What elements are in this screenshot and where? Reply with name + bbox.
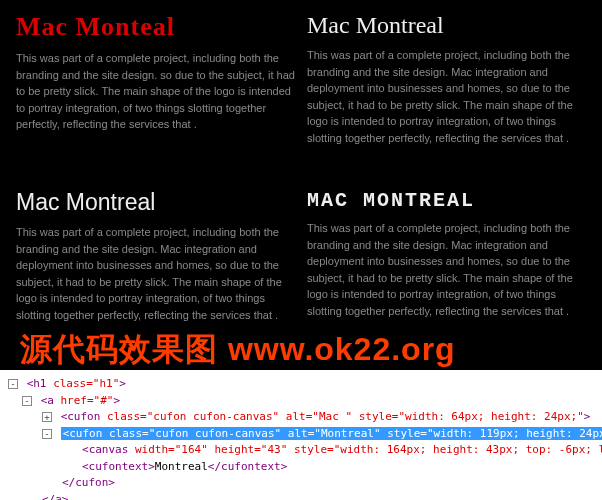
code-line-3[interactable]: + <cufon class="cufon cufon-canvas" alt=… bbox=[8, 409, 594, 426]
heading-2: Mac Montreal bbox=[307, 12, 586, 39]
watermark-text: 源代码效果图 www.ok22.org bbox=[20, 328, 456, 372]
heading-1: Mac Monteal bbox=[16, 12, 295, 42]
code-line-5[interactable]: <canvas width="164" height="43" style="w… bbox=[8, 442, 594, 459]
desc-2: This was part of a complete project, inc… bbox=[307, 47, 586, 146]
heading-4: MAC MONTREAL bbox=[307, 189, 586, 212]
code-line-8[interactable]: </a> bbox=[8, 492, 594, 501]
heading-3: Mac Montreal bbox=[16, 189, 295, 216]
code-line-7[interactable]: </cufon> bbox=[8, 475, 594, 492]
dom-inspector: - <h1 class="h1"> - <a href="#"> + <cufo… bbox=[0, 370, 602, 500]
preview-cell-1: Mac Monteal This was part of a complete … bbox=[10, 8, 301, 185]
code-line-6[interactable]: <cufontext>Montreal</cufontext> bbox=[8, 459, 594, 476]
expand-icon[interactable]: + bbox=[42, 412, 52, 422]
code-line-2[interactable]: - <a href="#"> bbox=[8, 393, 594, 410]
code-line-1[interactable]: - <h1 class="h1"> bbox=[8, 376, 594, 393]
code-line-4-selected[interactable]: - <cufon class="cufon cufon-canvas" alt=… bbox=[8, 426, 594, 443]
desc-1: This was part of a complete project, inc… bbox=[16, 50, 295, 133]
collapse-icon[interactable]: - bbox=[22, 396, 32, 406]
preview-cell-2: Mac Montreal This was part of a complete… bbox=[301, 8, 592, 185]
collapse-icon[interactable]: - bbox=[42, 429, 52, 439]
desc-3: This was part of a complete project, inc… bbox=[16, 224, 295, 323]
preview-grid: Mac Monteal This was part of a complete … bbox=[0, 0, 602, 370]
collapse-icon[interactable]: - bbox=[8, 379, 18, 389]
desc-4: This was part of a complete project, inc… bbox=[307, 220, 586, 319]
